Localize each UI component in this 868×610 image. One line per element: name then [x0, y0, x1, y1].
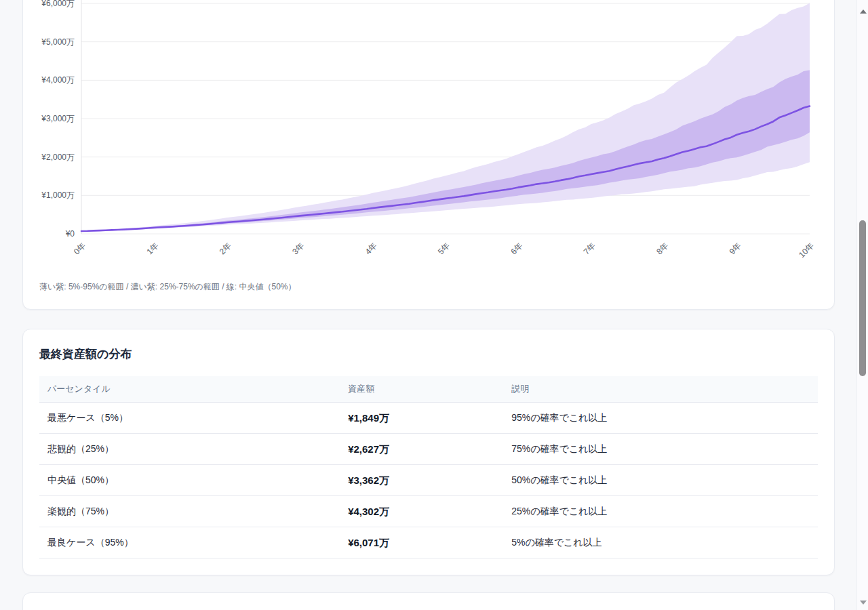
x-axis-tick-label: 3年	[290, 241, 306, 256]
table-row: 楽観的（75%）¥4,302万25%の確率でこれ以上	[39, 495, 818, 527]
y-axis-tick-label: ¥1,000万	[41, 190, 75, 200]
distribution-table-body: 最悪ケース（5%）¥1,849万95%の確率でこれ以上悲観的（25%）¥2,62…	[39, 403, 818, 558]
chart-legend-caption: 薄い紫: 5%-95%の範囲 / 濃い紫: 25%-75%の範囲 / 線: 中央…	[39, 281, 818, 293]
y-axis-tick-label: ¥6,000万	[41, 0, 75, 8]
x-axis-tick-label: 9年	[728, 241, 743, 256]
scrollbar-thumb[interactable]	[859, 220, 866, 376]
column-header-percentile: パーセンタイル	[39, 376, 340, 402]
goal-probability-card: 目標達成確率	[22, 592, 835, 610]
asset-projection-chart-card: ¥0¥1,000万¥2,000万¥3,000万¥4,000万¥5,000万¥6,…	[22, 0, 835, 310]
row-percentile-label: 中央値（50%）	[39, 465, 340, 495]
row-amount-value: ¥6,071万	[340, 527, 503, 558]
row-amount-value: ¥3,362万	[340, 465, 503, 495]
y-axis-tick-label: ¥4,000万	[41, 75, 75, 85]
row-description: 25%の確率でこれ以上	[503, 496, 818, 527]
distribution-card-title: 最終資産額の分布	[39, 346, 818, 363]
x-axis-tick-label: 1年	[144, 241, 160, 256]
x-axis-tick-label: 0年	[72, 241, 87, 256]
scrollbar-down-arrow-icon[interactable]	[860, 601, 867, 605]
x-axis-tick-label: 7年	[582, 241, 597, 256]
table-row: 悲観的（25%）¥2,627万75%の確率でこれ以上	[39, 433, 818, 464]
asset-projection-fan-chart: ¥0¥1,000万¥2,000万¥3,000万¥4,000万¥5,000万¥6,…	[39, 0, 818, 266]
row-description: 5%の確率でこれ以上	[503, 527, 818, 558]
x-axis-tick-label: 10年	[797, 241, 816, 260]
y-axis-tick-label: ¥3,000万	[41, 114, 75, 123]
row-percentile-label: 悲観的（25%）	[39, 434, 340, 464]
row-percentile-label: 楽観的（75%）	[39, 496, 340, 527]
row-description: 50%の確率でこれ以上	[503, 465, 818, 495]
x-axis-tick-label: 8年	[654, 241, 670, 256]
row-description: 75%の確率でこれ以上	[503, 434, 818, 464]
scrollbar-up-arrow-icon[interactable]	[860, 9, 867, 14]
row-percentile-label: 最良ケース（95%）	[39, 527, 340, 558]
row-amount-value: ¥2,627万	[340, 434, 503, 464]
scrollbar[interactable]	[856, 0, 868, 610]
row-percentile-label: 最悪ケース（5%）	[39, 403, 340, 433]
column-header-amount: 資産額	[340, 376, 503, 402]
x-axis-tick-label: 2年	[218, 241, 233, 256]
column-header-description: 説明	[503, 376, 818, 402]
row-amount-value: ¥4,302万	[340, 496, 503, 527]
row-description: 95%の確率でこれ以上	[503, 403, 818, 433]
distribution-card: 最終資産額の分布 パーセンタイル 資産額 説明 最悪ケース（5%）¥1,849万…	[22, 329, 835, 575]
table-row: 中央値（50%）¥3,362万50%の確率でこれ以上	[39, 464, 818, 495]
distribution-table: パーセンタイル 資産額 説明 最悪ケース（5%）¥1,849万95%の確率でこれ…	[39, 376, 818, 558]
table-row: 最良ケース（95%）¥6,071万5%の確率でこれ以上	[39, 527, 818, 558]
table-row: 最悪ケース（5%）¥1,849万95%の確率でこれ以上	[39, 403, 818, 433]
row-amount-value: ¥1,849万	[340, 403, 503, 433]
x-axis-tick-label: 6年	[509, 241, 524, 256]
y-axis-tick-label: ¥0	[65, 229, 75, 239]
y-axis-tick-label: ¥2,000万	[41, 152, 75, 162]
page-content: ¥0¥1,000万¥2,000万¥3,000万¥4,000万¥5,000万¥6,…	[0, 0, 856, 610]
x-axis-tick-label: 4年	[363, 241, 379, 256]
distribution-table-header: パーセンタイル 資産額 説明	[39, 376, 818, 403]
x-axis-tick-label: 5年	[436, 241, 452, 256]
y-axis-tick-label: ¥5,000万	[41, 37, 75, 47]
